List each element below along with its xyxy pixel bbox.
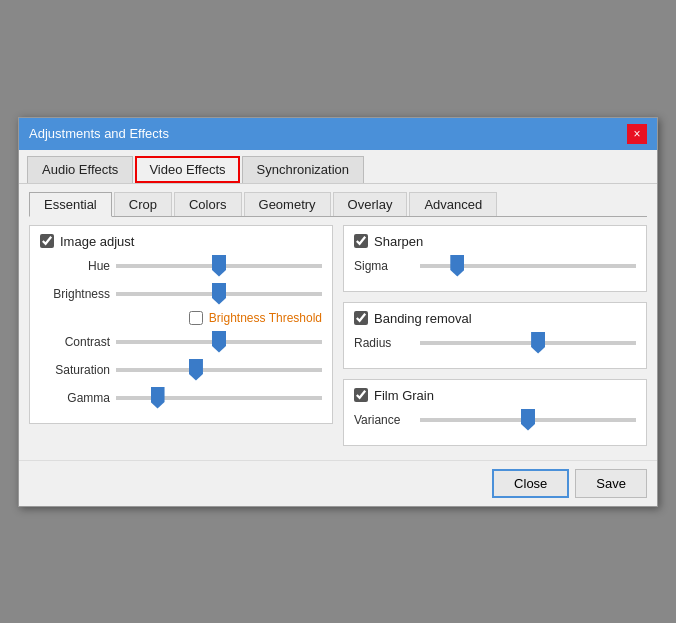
bottom-bar: Close Save bbox=[19, 460, 657, 506]
banding-removal-checkbox[interactable] bbox=[354, 311, 368, 325]
right-panel: Sharpen Sigma Banding removal bbox=[343, 225, 647, 452]
sub-tab-advanced[interactable]: Advanced bbox=[409, 192, 497, 216]
image-adjust-header: Image adjust bbox=[40, 234, 322, 249]
sub-tab-overlay[interactable]: Overlay bbox=[333, 192, 408, 216]
radius-label: Radius bbox=[354, 336, 414, 350]
radius-slider[interactable] bbox=[420, 341, 636, 345]
sub-tab-colors[interactable]: Colors bbox=[174, 192, 242, 216]
gamma-slider-container bbox=[116, 387, 322, 409]
left-panel: Image adjust Hue Brightness bbox=[29, 225, 333, 452]
sharpen-label: Sharpen bbox=[374, 234, 423, 249]
sharpen-section: Sharpen Sigma bbox=[343, 225, 647, 292]
panels-row: Image adjust Hue Brightness bbox=[29, 225, 647, 452]
contrast-row: Contrast bbox=[40, 331, 322, 353]
banding-header: Banding removal bbox=[354, 311, 636, 326]
variance-slider-container bbox=[420, 409, 636, 431]
film-grain-label: Film Grain bbox=[374, 388, 434, 403]
image-adjust-section: Image adjust Hue Brightness bbox=[29, 225, 333, 424]
gamma-slider[interactable] bbox=[116, 396, 322, 400]
contrast-slider-container bbox=[116, 331, 322, 353]
radius-row: Radius bbox=[354, 332, 636, 354]
tab-audio-effects[interactable]: Audio Effects bbox=[27, 156, 133, 183]
sub-tab-geometry[interactable]: Geometry bbox=[244, 192, 331, 216]
content-area: Essential Crop Colors Geometry Overlay A… bbox=[19, 184, 657, 460]
main-tabs-bar: Audio Effects Video Effects Synchronizat… bbox=[19, 150, 657, 184]
sub-tab-crop[interactable]: Crop bbox=[114, 192, 172, 216]
title-bar: Adjustments and Effects × bbox=[19, 118, 657, 150]
brightness-slider-container bbox=[116, 283, 322, 305]
film-grain-checkbox[interactable] bbox=[354, 388, 368, 402]
brightness-threshold-checkbox[interactable] bbox=[189, 311, 203, 325]
brightness-slider[interactable] bbox=[116, 292, 322, 296]
variance-label: Variance bbox=[354, 413, 414, 427]
variance-row: Variance bbox=[354, 409, 636, 431]
banding-removal-label: Banding removal bbox=[374, 311, 472, 326]
title-close-button[interactable]: × bbox=[627, 124, 647, 144]
sub-tab-essential[interactable]: Essential bbox=[29, 192, 112, 217]
sigma-label: Sigma bbox=[354, 259, 414, 273]
hue-slider[interactable] bbox=[116, 264, 322, 268]
sharpen-checkbox[interactable] bbox=[354, 234, 368, 248]
sharpen-header: Sharpen bbox=[354, 234, 636, 249]
dialog-title: Adjustments and Effects bbox=[29, 126, 169, 141]
brightness-row: Brightness bbox=[40, 283, 322, 305]
brightness-label: Brightness bbox=[40, 287, 110, 301]
sigma-slider[interactable] bbox=[420, 264, 636, 268]
contrast-slider[interactable] bbox=[116, 340, 322, 344]
radius-slider-container bbox=[420, 332, 636, 354]
film-grain-section: Film Grain Variance bbox=[343, 379, 647, 446]
tab-synchronization[interactable]: Synchronization bbox=[242, 156, 365, 183]
save-button[interactable]: Save bbox=[575, 469, 647, 498]
hue-label: Hue bbox=[40, 259, 110, 273]
brightness-threshold-label: Brightness Threshold bbox=[209, 311, 322, 325]
hue-slider-container bbox=[116, 255, 322, 277]
close-button[interactable]: Close bbox=[492, 469, 569, 498]
variance-slider[interactable] bbox=[420, 418, 636, 422]
image-adjust-checkbox[interactable] bbox=[40, 234, 54, 248]
saturation-slider-container bbox=[116, 359, 322, 381]
contrast-label: Contrast bbox=[40, 335, 110, 349]
adjustments-effects-dialog: Adjustments and Effects × Audio Effects … bbox=[18, 117, 658, 507]
sub-tabs-bar: Essential Crop Colors Geometry Overlay A… bbox=[29, 192, 647, 217]
saturation-row: Saturation bbox=[40, 359, 322, 381]
saturation-label: Saturation bbox=[40, 363, 110, 377]
image-adjust-label: Image adjust bbox=[60, 234, 134, 249]
banding-section: Banding removal Radius bbox=[343, 302, 647, 369]
sigma-row: Sigma bbox=[354, 255, 636, 277]
hue-row: Hue bbox=[40, 255, 322, 277]
saturation-slider[interactable] bbox=[116, 368, 322, 372]
gamma-row: Gamma bbox=[40, 387, 322, 409]
brightness-threshold-row: Brightness Threshold bbox=[40, 311, 322, 325]
sigma-slider-container bbox=[420, 255, 636, 277]
gamma-label: Gamma bbox=[40, 391, 110, 405]
tab-video-effects[interactable]: Video Effects bbox=[135, 156, 239, 183]
film-grain-header: Film Grain bbox=[354, 388, 636, 403]
